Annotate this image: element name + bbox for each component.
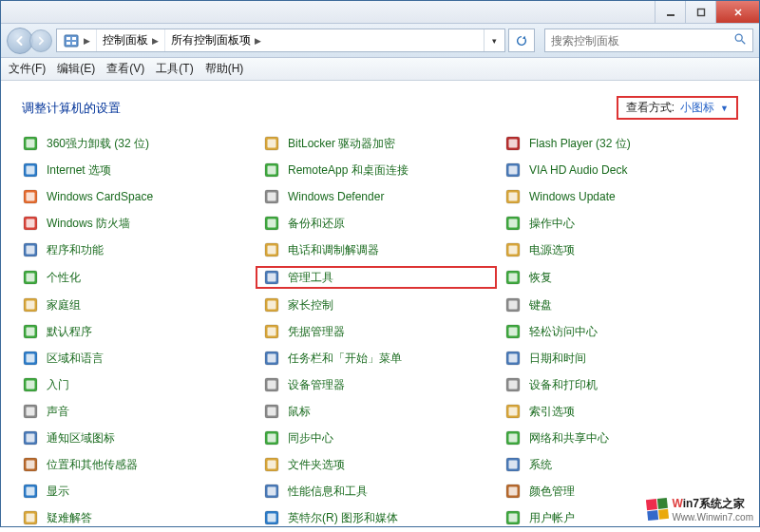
applet-item[interactable]: 索引选项 [504, 401, 738, 422]
applet-item[interactable]: 家长控制 [263, 294, 497, 315]
menu-help[interactable]: 帮助(H) [205, 61, 244, 77]
applet-item[interactable]: 显示 [22, 481, 256, 502]
ease-icon [504, 323, 522, 340]
search-box[interactable] [544, 28, 753, 52]
svg-rect-6 [72, 42, 76, 45]
display-icon [22, 483, 39, 500]
menu-view[interactable]: 查看(V) [106, 61, 144, 77]
breadcrumb[interactable]: ▶ 控制面板▶ 所有控制面板项▶ ▾ [56, 28, 505, 52]
applet-item[interactable]: 恢复 [504, 266, 738, 289]
svg-rect-51 [27, 328, 35, 336]
applet-item[interactable]: 管理工具 [256, 266, 497, 289]
search-input[interactable] [551, 34, 733, 48]
flash-icon [504, 135, 522, 152]
applet-item[interactable]: Windows Update [504, 186, 738, 207]
applet-item[interactable]: 位置和其他传感器 [22, 454, 256, 475]
menu-edit[interactable]: 编辑(E) [57, 61, 95, 77]
applet-item[interactable]: 日期和时间 [504, 348, 738, 369]
applet-label: 区域和语言 [47, 351, 104, 367]
applet-item[interactable]: 区域和语言 [22, 348, 256, 369]
applet-item[interactable]: 英特尔(R) 图形和媒体 [263, 507, 497, 526]
applet-item[interactable]: 颜色管理 [504, 481, 738, 502]
getstart-icon [22, 376, 39, 393]
svg-rect-69 [27, 408, 35, 416]
applet-label: 管理工具 [288, 270, 333, 286]
applet-item[interactable]: Windows 防火墙 [22, 213, 256, 234]
programs-icon [22, 241, 39, 258]
default-icon [22, 323, 39, 340]
applet-item[interactable]: 声音 [22, 401, 256, 422]
applet-label: 家长控制 [288, 297, 333, 314]
breadcrumb-seg[interactable]: 所有控制面板项 [171, 32, 251, 48]
applet-label: 网络和共享中心 [529, 430, 609, 446]
svg-rect-55 [509, 328, 518, 336]
svg-rect-5 [66, 42, 70, 45]
svg-rect-49 [509, 301, 518, 310]
refresh-button[interactable] [508, 28, 535, 52]
menu-file[interactable]: 文件(F) [9, 61, 46, 77]
applet-label: 日期和时间 [529, 351, 586, 367]
applet-item[interactable]: Internet 选项 [22, 160, 256, 180]
items-scroll[interactable]: 360强力卸载 (32 位) BitLocker 驱动器加密 Flash Pla… [1, 127, 759, 526]
panel-icon [63, 32, 80, 49]
applet-item[interactable]: BitLocker 驱动器加密 [263, 133, 497, 154]
applet-item[interactable]: 电源选项 [504, 239, 738, 260]
svg-rect-81 [27, 461, 35, 469]
view-mode-selector[interactable]: 查看方式: 小图标 ▼ [617, 96, 738, 120]
applet-item[interactable]: 操作中心 [504, 213, 738, 234]
applet-item[interactable]: 系统 [504, 454, 738, 475]
control-panel-window: ▶ 控制面板▶ 所有控制面板项▶ ▾ 文件(F) 编辑(E) 查看(V) 工具(… [0, 0, 760, 527]
personal-icon [22, 269, 39, 286]
applet-label: 索引选项 [529, 404, 575, 420]
menu-tools[interactable]: 工具(T) [156, 61, 193, 77]
close-button[interactable] [715, 1, 759, 23]
firewall-icon [22, 215, 39, 232]
svg-rect-1 [697, 9, 704, 15]
svg-rect-87 [27, 487, 35, 496]
applet-item[interactable]: Flash Player (32 位) [504, 133, 738, 154]
applet-item[interactable]: 用户帐户 [504, 507, 738, 526]
applet-item[interactable]: 鼠标 [263, 401, 497, 422]
breadcrumb-dropdown[interactable]: ▾ [484, 29, 504, 51]
applet-label: 设备管理器 [288, 377, 345, 393]
chevron-down-icon: ▼ [720, 104, 729, 113]
svg-rect-47 [268, 301, 276, 310]
applet-item[interactable]: 性能信息和工具 [263, 481, 497, 502]
applet-item[interactable]: VIA HD Audio Deck [504, 160, 738, 180]
applet-label: 设备和打印机 [529, 377, 598, 393]
svg-rect-93 [27, 514, 35, 522]
applet-item[interactable]: 电话和调制解调器 [263, 239, 497, 260]
applet-item[interactable]: 备份和还原 [263, 213, 497, 234]
applet-item[interactable]: 键盘 [504, 294, 738, 315]
applet-item[interactable]: 入门 [22, 374, 256, 395]
breadcrumb-seg[interactable]: 控制面板 [103, 32, 148, 48]
applet-item[interactable]: 个性化 [22, 266, 256, 289]
minimize-button[interactable] [655, 1, 685, 23]
applet-item[interactable]: 凭据管理器 [263, 321, 497, 342]
chevron-icon: ▶ [152, 36, 159, 46]
applet-item[interactable]: 360强力卸载 (32 位) [22, 133, 256, 154]
forward-button[interactable] [29, 29, 52, 52]
svg-rect-15 [27, 166, 35, 175]
applet-item[interactable]: 通知区域图标 [22, 428, 256, 448]
applet-item[interactable]: 程序和功能 [22, 239, 256, 260]
applet-item[interactable]: 同步中心 [263, 428, 497, 448]
applet-item[interactable]: RemoteApp 和桌面连接 [263, 160, 497, 180]
applet-item[interactable]: 疑难解答 [22, 507, 256, 526]
applet-label: 颜色管理 [529, 484, 575, 500]
applet-item[interactable]: 文件夹选项 [263, 454, 497, 475]
applet-item[interactable]: 任务栏和「开始」菜单 [263, 348, 497, 369]
applet-item[interactable]: Windows Defender [263, 186, 497, 207]
winupdate-icon [504, 188, 522, 205]
action-icon [504, 215, 522, 232]
applet-item[interactable]: 家庭组 [22, 294, 256, 315]
applet-item[interactable]: 设备管理器 [263, 374, 497, 395]
applet-item[interactable]: 默认程序 [22, 321, 256, 342]
applet-item[interactable]: 轻松访问中心 [504, 321, 738, 342]
maximize-button[interactable] [685, 1, 715, 23]
applet-item[interactable]: 网络和共享中心 [504, 428, 738, 448]
applet-item[interactable]: Windows CardSpace [22, 186, 256, 207]
sound-icon [22, 403, 39, 420]
applet-item[interactable]: 设备和打印机 [504, 374, 738, 395]
applet-label: 备份和还原 [288, 216, 345, 232]
